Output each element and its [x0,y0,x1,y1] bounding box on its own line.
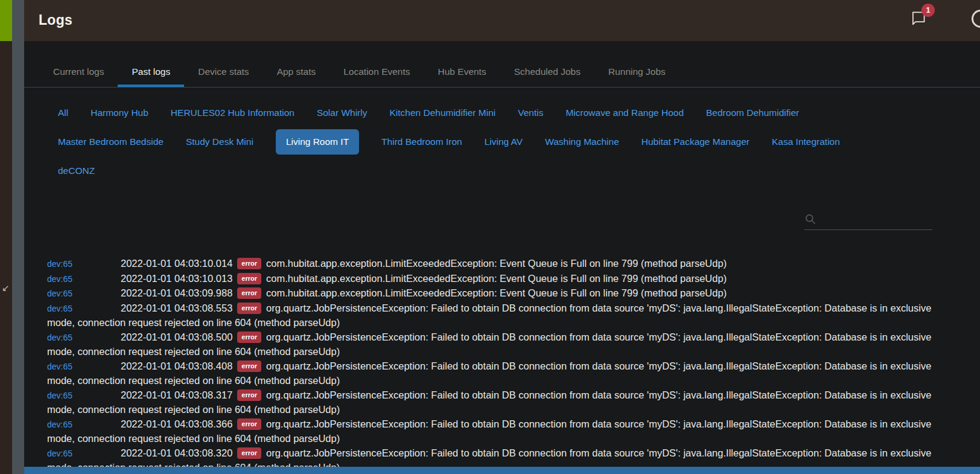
error-badge: error [237,389,261,401]
tab-location-events[interactable]: Location Events [329,57,424,87]
log-timestamp: 2022-01-01 04:03:08.500 [121,331,232,342]
device-link[interactable]: dev:65 [47,302,121,316]
device-link[interactable]: dev:65 [47,447,121,461]
log-timestamp: 2022-01-01 04:03:08.408 [121,360,232,371]
filter-herules02-hub-information[interactable]: HERULES02 Hub Information [171,107,294,118]
filter-kitchen-dehumidifier-mini[interactable]: Kitchen Dehumidifier Mini [389,107,495,118]
device-link[interactable]: dev:65 [47,287,121,301]
log-timestamp: 2022-01-01 04:03:09.988 [121,287,232,298]
tab-scheduled-jobs[interactable]: Scheduled Jobs [500,57,594,87]
log-timestamp: 2022-01-01 04:03:10.014 [121,258,232,269]
tab-app-stats[interactable]: App stats [263,57,330,87]
logs-main: Current logs Past logs Device stats App … [24,41,980,474]
error-badge: error [237,360,261,372]
tab-current-logs[interactable]: Current logs [39,57,118,87]
log-message: com.hubitat.app.exception.LimitExceededE… [266,258,727,269]
error-badge: error [237,418,261,430]
filter-master-bedroom-bedside[interactable]: Master Bedroom Bedside [58,136,164,147]
search-input[interactable] [821,217,932,228]
tab-past-logs[interactable]: Past logs [118,57,184,87]
page-title: Logs [39,0,72,40]
device-filter-row-1: All Harmony Hub HERULES02 Hub Informatio… [58,98,980,127]
log-row: dev:652022-01-01 04:03:08.366errororg.qu… [24,417,980,446]
filter-hubitat-package-manager[interactable]: Hubitat Package Manager [641,136,749,147]
help-circle-icon[interactable] [972,10,980,28]
log-list: dev:652022-01-01 04:03:10.014errorcom.hu… [24,257,980,474]
filter-deconz[interactable]: deCONZ [58,165,95,176]
log-row: dev:652022-01-01 04:03:08.408errororg.qu… [24,359,980,388]
error-badge: error [237,303,261,314]
log-message: com.hubitat.app.exception.LimitExceededE… [266,287,727,298]
log-row: dev:652022-01-01 04:03:09.988errorcom.hu… [24,286,980,301]
chat-bubble-icon [910,18,927,28]
device-filter-list: All Harmony Hub HERULES02 Hub Informatio… [24,98,980,185]
tab-hub-events[interactable]: Hub Events [424,57,500,87]
notifications-button[interactable]: 1 [910,10,927,27]
filter-study-desk-mini[interactable]: Study Desk Mini [186,136,253,147]
device-link[interactable]: dev:65 [47,272,121,287]
log-row: dev:652022-01-01 04:03:08.553errororg.qu… [24,301,980,330]
log-timestamp: 2022-01-01 04:03:08.317 [121,389,232,400]
nav-accent-block [0,0,12,41]
footer-bar [24,467,980,474]
collapse-sidebar-icon[interactable]: ↙ [2,283,10,293]
device-link[interactable]: dev:65 [47,257,121,272]
device-filter-row-2: Master Bedroom Bedside Study Desk Mini L… [58,127,980,156]
error-badge: error [237,273,261,284]
left-rail [0,41,12,474]
device-link[interactable]: dev:65 [47,331,121,345]
log-row: dev:652022-01-01 04:03:08.500errororg.qu… [24,330,980,359]
filter-kasa-integration[interactable]: Kasa Integration [772,136,840,147]
error-badge: error [237,447,261,459]
filter-solar-whirly[interactable]: Solar Whirly [317,107,368,118]
notification-count-badge: 1 [921,4,935,17]
log-message: com.hubitat.app.exception.LimitExceededE… [266,273,727,284]
filter-ventis[interactable]: Ventis [518,107,543,118]
tab-device-stats[interactable]: Device stats [184,57,262,87]
log-row: dev:652022-01-01 04:03:10.014errorcom.hu… [24,257,980,272]
filter-living-room-it[interactable]: Living Room IT [276,129,359,155]
tab-running-jobs[interactable]: Running Jobs [594,57,679,87]
error-badge: error [237,331,261,343]
sidebar-divider [12,0,24,474]
error-badge: error [237,258,261,269]
filter-living-av[interactable]: Living AV [485,136,523,147]
log-timestamp: 2022-01-01 04:03:08.366 [121,418,232,429]
log-timestamp: 2022-01-01 04:03:08.320 [121,447,232,458]
log-row: dev:652022-01-01 04:03:10.013errorcom.hu… [24,272,980,287]
device-link[interactable]: dev:65 [47,389,121,403]
error-badge: error [237,287,261,299]
device-filter-row-3: deCONZ [58,156,980,185]
filter-bedroom-dehumidifier[interactable]: Bedroom Dehumidifier [706,107,799,118]
filter-third-bedroom-iron[interactable]: Third Bedroom Iron [381,136,462,147]
search-row [24,213,980,230]
search-icon [804,213,816,228]
device-link[interactable]: dev:65 [47,360,121,374]
logs-tabbar: Current logs Past logs Device stats App … [24,57,980,88]
filter-washing-machine[interactable]: Washing Machine [545,136,619,147]
device-link[interactable]: dev:65 [47,418,121,432]
filter-all[interactable]: All [58,107,68,118]
log-timestamp: 2022-01-01 04:03:08.553 [121,303,232,313]
filter-microwave-and-range-hood[interactable]: Microwave and Range Hood [565,107,684,118]
search-box[interactable] [804,213,932,230]
log-row: dev:652022-01-01 04:03:08.317errororg.qu… [24,388,980,417]
filter-harmony-hub[interactable]: Harmony Hub [91,107,148,118]
app-header: Logs 1 [24,0,980,41]
log-timestamp: 2022-01-01 04:03:10.013 [121,273,232,284]
